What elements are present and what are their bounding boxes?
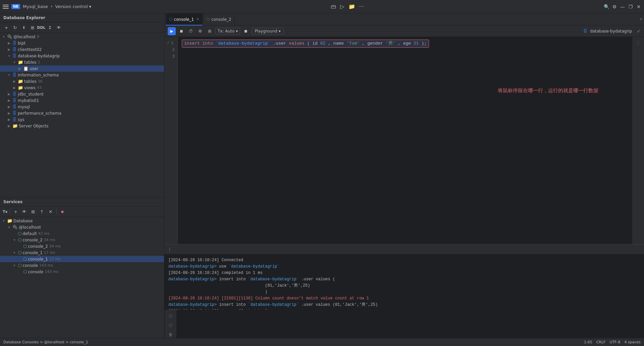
version-control[interactable]: Version control ▾: [55, 4, 92, 9]
move-up-btn[interactable]: ↑: [38, 208, 46, 215]
tree-item-server-objects[interactable]: ▶ 📁 Server Objects: [0, 123, 164, 129]
tree-item-user[interactable]: ▶ 📋 user: [0, 65, 164, 72]
grid-button[interactable]: ⊞: [206, 27, 213, 35]
output-scroll-icon-2[interactable]: ⬡: [167, 322, 174, 329]
tree-item-database-bydatagrip[interactable]: ▾ 🗄 database-bydatagrip: [0, 53, 164, 59]
expand-arrow: ▾: [7, 73, 11, 77]
folder-icon[interactable]: 📁: [348, 3, 355, 10]
services-tree-console2-child[interactable]: ⬡ console_2 34 ms: [0, 243, 164, 249]
close-btn[interactable]: ✕: [47, 208, 54, 215]
expand-arrow: ▾: [7, 54, 11, 58]
console-icon: ⬡: [23, 269, 27, 274]
minimize-icon[interactable]: —: [620, 4, 625, 9]
tree-item-views43[interactable]: ▶ 📁 views 43: [0, 84, 164, 91]
expand-arrow: [17, 270, 22, 274]
tree-item-tables1[interactable]: ▾ 📁 tables 1: [0, 59, 164, 65]
stop-button[interactable]: ⏹: [178, 27, 185, 35]
services-tree-console1-group[interactable]: ▾ ⬡ console_1 17 ms: [0, 249, 164, 256]
sort-btn[interactable]: ↕: [46, 24, 54, 31]
expand-arrow: ▶: [7, 111, 11, 116]
db-label: sys: [18, 117, 24, 122]
output-scroll-icon-3[interactable]: 🗑: [167, 331, 174, 338]
console-icon: ⬡: [18, 231, 21, 236]
console-icon: ⬡: [23, 256, 27, 262]
settings-button[interactable]: ⚙: [197, 27, 204, 35]
tab-console1[interactable]: ⬡ console_1 ✕: [166, 13, 203, 25]
tx-selector[interactable]: Tx: Auto ▾: [215, 28, 240, 35]
svc-badge: 143 ms: [45, 270, 58, 274]
services-tree-console-group[interactable]: ▾ ⬡ console 143 ms: [0, 262, 164, 269]
services-header: Services: [0, 197, 164, 207]
add-connection-btn[interactable]: +: [3, 24, 10, 31]
add-session-btn[interactable]: +: [12, 208, 19, 215]
folder-label: tables: [24, 79, 37, 84]
dot: .user: [273, 41, 289, 46]
new-session-btn[interactable]: ⊞: [30, 208, 37, 215]
tab-console2[interactable]: ⬡ console_2: [203, 13, 235, 25]
svc-label: @localhost: [19, 225, 41, 230]
more-icon[interactable]: ···: [359, 3, 364, 10]
highlighted-code-block: insert into `database-bydatagrip` .user …: [182, 40, 429, 48]
search-icon[interactable]: 🔍: [604, 4, 609, 9]
project-chevron: ▾: [51, 4, 53, 9]
tab-close-btn[interactable]: ✕: [196, 17, 199, 21]
play-icon[interactable]: ▷: [340, 3, 344, 10]
folder-icon: 📁: [18, 60, 23, 65]
stop-session-btn[interactable]: ⏹: [59, 208, 66, 215]
services-tree-console1-child[interactable]: ⬡ console_1 17 ms: [0, 256, 164, 262]
ddl-btn[interactable]: DDL: [38, 24, 45, 31]
connection-label: 🗄 database-bydatagrip: [583, 29, 632, 34]
services-tree-localhost[interactable]: ▾ 🔌 @localhost: [0, 224, 164, 230]
services-tree-console-child[interactable]: ⬡ console 143 ms: [0, 269, 164, 275]
svc-badge: 42 ms: [38, 231, 50, 236]
run-button[interactable]: ▶: [168, 27, 176, 35]
project-name[interactable]: Mysql_base: [23, 4, 48, 9]
tree-item-information-schema[interactable]: ▾ 🗄 information_schema: [0, 72, 164, 78]
collapse-btn[interactable]: ⬇: [20, 24, 28, 31]
restore-icon[interactable]: ❐: [628, 4, 633, 9]
annotation-text: 将鼠标停留在哪一行，运行的就是哪一行数据: [498, 87, 598, 94]
expand-arrow: ▾: [12, 250, 17, 255]
app-badge: NB: [11, 4, 20, 9]
services-tree-database[interactable]: ▾ 📁 Database: [0, 218, 164, 224]
services-tree-default[interactable]: ⬡ default 42 ms: [0, 230, 164, 237]
expand-arrow: ▾: [1, 219, 6, 223]
collapse-editor-btn[interactable]: ✕: [640, 17, 643, 21]
tree-item-performance-schema[interactable]: ▶ 🗄 performance_schema: [0, 110, 164, 116]
console-icon: ⬡: [18, 237, 21, 242]
services-tree-console2-group[interactable]: ▾ ⬡ console_2 34 ms: [0, 237, 164, 243]
filter-btn[interactable]: 👁: [55, 24, 62, 31]
tree-item-mysql[interactable]: ▶ 🗄 mysql: [0, 104, 164, 110]
refresh-btn[interactable]: ↻: [11, 24, 19, 31]
out-line-5: (01,'Jack','男',25): [168, 283, 640, 289]
new-query-btn[interactable]: ⊞: [29, 24, 36, 31]
code-line-3: [182, 54, 628, 61]
db-icon: 🗄: [12, 92, 17, 97]
stop2-button[interactable]: ⏹: [242, 27, 250, 35]
expand-arrow: ▾: [12, 60, 17, 65]
output-scroll-icon-1[interactable]: ⬡: [167, 312, 174, 319]
db-icon: 🗄: [12, 53, 17, 58]
tree-item-bipt[interactable]: ▶ 🗄 bipt: [0, 40, 164, 46]
close-icon[interactable]: ✕: [636, 4, 641, 9]
tree-item-clienttest02[interactable]: ▶ 🗄 clienttest02: [0, 46, 164, 53]
schedule-button[interactable]: ⏱: [187, 27, 195, 35]
editor-content[interactable]: insert into `database-bydatagrip` .user …: [178, 37, 632, 244]
tree-item-sys[interactable]: ▶ 🗄 sys: [0, 116, 164, 123]
main-layout: Database Explorer + ↻ ⬇ ⊞ DDL ↕ 👁 ▾ 🔌 @l…: [0, 13, 644, 338]
settings-icon[interactable]: ⚙: [612, 4, 617, 9]
svc-badge: 17 ms: [49, 257, 61, 261]
svc-label: console_2: [28, 244, 48, 249]
tree-item-localhost[interactable]: ▾ 🔌 @localhost 9: [0, 34, 164, 40]
out-line-1: [2024-08-26 16:10:24] Connected: [168, 257, 640, 264]
titlebar-right: 🔍 ⚙ — ❐ ✕: [604, 4, 641, 9]
sidebar-icon-1[interactable]: ⋮: [635, 40, 642, 46]
playground-button[interactable]: Playground ▾: [252, 28, 284, 35]
connection-name: database-bydatagrip: [590, 29, 632, 34]
tree-item-jdbc-student[interactable]: ▶ 🗄 jdbc_student: [0, 91, 164, 97]
menu-icon[interactable]: [3, 4, 9, 10]
tabs-bar: ⬡ console_1 ✕ ⬡ console_2 ✕: [164, 13, 644, 25]
tree-item-mybatis01[interactable]: ▶ 🗄 mybatis01: [0, 97, 164, 104]
tree-item-tables36[interactable]: ▶ 📁 tables 36: [0, 78, 164, 84]
eye-btn[interactable]: 👁: [21, 208, 28, 215]
